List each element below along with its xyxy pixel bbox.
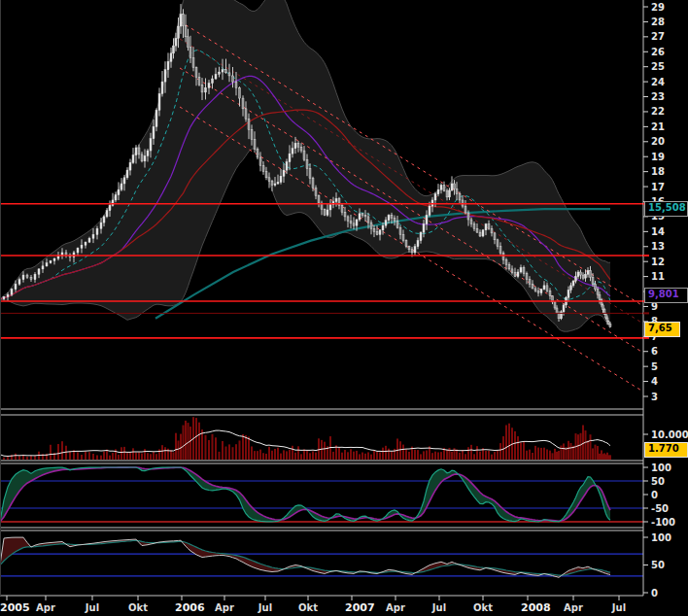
- svg-text:Okt: Okt: [128, 602, 148, 613]
- svg-text:2007: 2007: [345, 601, 375, 614]
- svg-text:Jul: Jul: [85, 602, 99, 613]
- svg-text:50: 50: [651, 476, 665, 487]
- svg-text:6: 6: [651, 346, 658, 357]
- svg-text:Okt: Okt: [473, 602, 493, 613]
- stock-chart: 2928272625242322212019181716151413121110…: [0, 0, 688, 616]
- oscillator-panel[interactable]: [0, 467, 643, 522]
- svg-text:0: 0: [651, 490, 658, 500]
- svg-text:3: 3: [651, 392, 658, 402]
- svg-text:Okt: Okt: [298, 602, 318, 613]
- svg-text:4: 4: [651, 376, 658, 387]
- svg-text:Jul: Jul: [611, 602, 626, 613]
- svg-text:28: 28: [651, 17, 665, 27]
- ma200-value-badge: 15,508: [644, 201, 688, 217]
- svg-text:10.000: 10.000: [651, 429, 688, 440]
- svg-text:22: 22: [651, 106, 665, 117]
- bollinger-band: [0, 0, 610, 331]
- volume-panel[interactable]: [0, 417, 611, 460]
- svg-text:2005: 2005: [0, 601, 30, 614]
- svg-text:12: 12: [651, 257, 665, 267]
- svg-text:Apr: Apr: [36, 602, 55, 613]
- svg-text:23: 23: [651, 91, 665, 102]
- last-price-badge: 7,65: [644, 322, 680, 337]
- svg-text:0: 0: [651, 588, 658, 599]
- svg-text:27: 27: [651, 31, 665, 42]
- svg-text:19: 19: [651, 152, 665, 162]
- svg-text:17: 17: [651, 182, 665, 192]
- svg-text:13: 13: [651, 241, 665, 252]
- svg-text:29: 29: [651, 2, 665, 13]
- svg-text:25: 25: [651, 61, 665, 72]
- svg-text:14: 14: [651, 226, 665, 237]
- price-panel[interactable]: [0, 0, 643, 392]
- svg-text:Apr: Apr: [564, 602, 583, 613]
- svg-text:-100: -100: [651, 517, 675, 528]
- chart-window: 2928272625242322212019181716151413121110…: [0, 0, 688, 616]
- svg-text:2006: 2006: [175, 601, 205, 614]
- svg-text:Apr: Apr: [386, 602, 405, 613]
- svg-text:100: 100: [651, 532, 671, 543]
- svg-text:20: 20: [651, 136, 665, 147]
- svg-text:Jul: Jul: [258, 602, 272, 613]
- strength-panel[interactable]: [0, 537, 643, 577]
- time-axis: 2005AprJulOkt2006AprJulOkt2007AprJulOkt2…: [0, 596, 626, 614]
- svg-text:-50: -50: [651, 503, 669, 514]
- last-volume-badge: 1.770: [644, 442, 688, 458]
- svg-text:5: 5: [651, 361, 658, 372]
- svg-text:50: 50: [651, 560, 665, 570]
- svg-text:Jul: Jul: [431, 602, 446, 613]
- svg-text:2008: 2008: [521, 601, 551, 614]
- svg-text:24: 24: [651, 77, 665, 87]
- svg-text:11: 11: [651, 271, 665, 282]
- svg-text:Apr: Apr: [215, 602, 234, 613]
- ma-value-badge: 9,801: [644, 288, 688, 303]
- svg-text:100: 100: [651, 462, 671, 473]
- svg-text:18: 18: [651, 166, 665, 177]
- svg-text:26: 26: [651, 47, 665, 57]
- svg-text:21: 21: [651, 121, 665, 132]
